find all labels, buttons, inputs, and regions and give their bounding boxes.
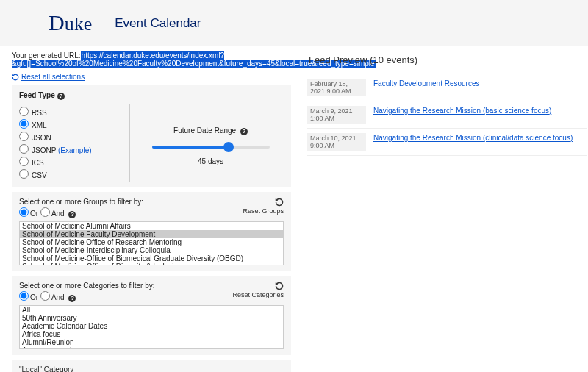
example-link[interactable]: (Example) — [58, 146, 92, 154]
page-header: Duke Event Calendar — [0, 0, 588, 46]
local-category-panel: "Local" Category Yes No ? — [12, 360, 291, 372]
range-value: 45 days — [137, 157, 284, 165]
feed-option-json[interactable]: JSON — [19, 132, 122, 142]
help-icon[interactable]: ? — [68, 211, 76, 218]
feed-type-header: Feed Type? — [19, 91, 284, 100]
categories-listbox[interactable]: All50th AnniversaryAcademic Calendar Dat… — [19, 305, 284, 349]
feed-type-options: RSS XML JSON JSONP (Example) ICS CSV — [19, 104, 122, 182]
refresh-icon — [12, 74, 19, 81]
list-item[interactable]: All — [20, 306, 283, 314]
event-date: February 18, 2021 9:00 AM — [307, 79, 366, 96]
groups-listbox[interactable]: School of Medicine Alumni AffairsSchool … — [19, 221, 284, 265]
event-date: March 9, 2021 1:00 AM — [307, 106, 366, 124]
feed-option-xml[interactable]: XML — [19, 119, 122, 129]
feed-option-ics[interactable]: ICS — [19, 157, 122, 167]
refresh-icon — [275, 282, 284, 290]
list-item[interactable]: School of Medicine Office of Research Me… — [20, 238, 283, 246]
list-item[interactable]: 50th Anniversary — [20, 314, 283, 322]
feed-option-rss[interactable]: RSS — [19, 107, 122, 117]
groups-panel: Select one or more Groups to filter by: … — [12, 192, 291, 271]
event-row: March 10, 2021 9:00 AMNavigating the Res… — [307, 129, 587, 156]
feed-type-panel: Feed Type? RSS XML JSON JSONP (Example) … — [12, 85, 291, 187]
event-title-link[interactable]: Faculty Development Resources — [373, 79, 587, 96]
range-label: Future Date Range ? — [137, 126, 284, 135]
list-item[interactable]: School of Medicine Alumni Affairs — [20, 222, 283, 230]
categories-panel: Select one or more Categories to filter … — [12, 276, 291, 355]
feed-option-jsonp[interactable]: JSONP (Example) — [19, 144, 122, 154]
range-slider[interactable] — [152, 146, 270, 149]
duke-logo: Duke — [49, 10, 92, 35]
event-title-link[interactable]: Navigating the Research Mission (basic s… — [373, 106, 587, 124]
generated-url: Your generated URL:https://calendar.duke… — [12, 51, 291, 68]
help-icon[interactable]: ? — [240, 128, 248, 135]
list-item[interactable]: School of Medicine-Interdisciplinary Col… — [20, 246, 283, 254]
feed-option-csv[interactable]: CSV — [19, 169, 122, 179]
refresh-icon — [275, 198, 284, 207]
list-item[interactable]: Africa focus — [20, 330, 283, 338]
categories-header: Select one or more Categories to filter … — [19, 282, 232, 290]
feed-preview-title: Feed Preview (10 events) — [309, 54, 587, 65]
help-icon[interactable]: ? — [57, 93, 65, 100]
categories-or[interactable]: Or — [19, 293, 38, 301]
list-item[interactable]: School of Medicine Faculty Development — [20, 230, 283, 238]
local-header: "Local" Category — [19, 365, 284, 372]
groups-and[interactable]: And — [40, 210, 65, 218]
app-title: Event Calendar — [115, 16, 201, 31]
reset-groups-button[interactable]: Reset Groups — [243, 198, 284, 215]
groups-header: Select one or more Groups to filter by: — [19, 198, 243, 206]
event-title-link[interactable]: Navigating the Research Mission (clinica… — [373, 133, 587, 151]
reset-categories-button[interactable]: Reset Categories — [232, 282, 284, 298]
groups-or[interactable]: Or — [19, 210, 38, 218]
event-row: March 9, 2021 1:00 AMNavigating the Rese… — [307, 101, 587, 129]
event-row: February 18, 2021 9:00 AMFaculty Develop… — [307, 74, 587, 101]
list-item[interactable]: Announcement — [20, 346, 283, 349]
event-date: March 10, 2021 9:00 AM — [307, 133, 366, 151]
list-item[interactable]: Academic Calendar Dates — [20, 322, 283, 330]
list-item[interactable]: School of Medicine-Office of Biomedical … — [20, 254, 283, 262]
reset-all-link[interactable]: Reset all selections — [12, 73, 85, 81]
divider — [129, 104, 130, 182]
categories-and[interactable]: And — [40, 293, 65, 301]
events-list: February 18, 2021 9:00 AMFaculty Develop… — [307, 74, 587, 156]
help-icon[interactable]: ? — [68, 295, 76, 302]
url-label: Your generated URL: — [12, 51, 81, 60]
list-item[interactable]: School of Medicine-Office of Diversity &… — [20, 262, 283, 265]
list-item[interactable]: Alumni/Reunion — [20, 338, 283, 346]
